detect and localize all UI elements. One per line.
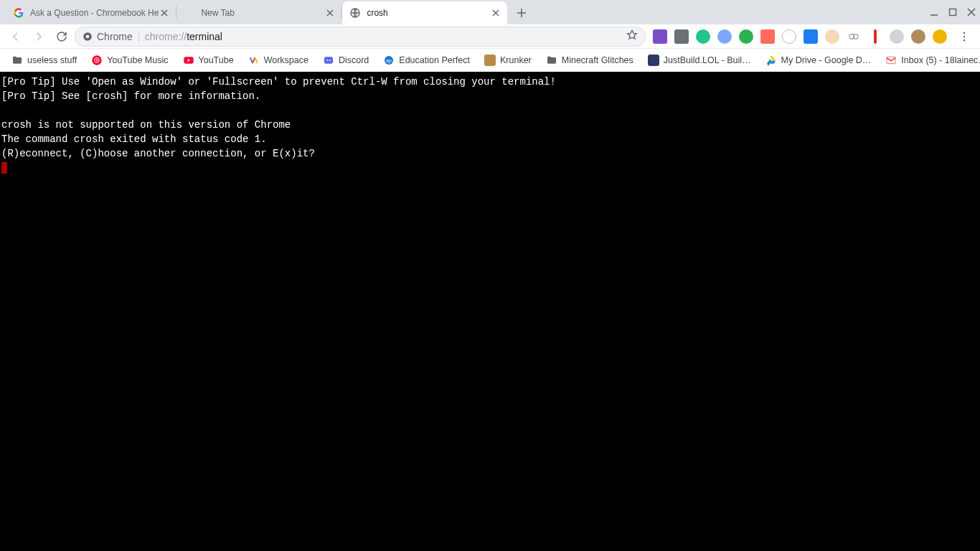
ep-icon: ep <box>383 55 395 66</box>
svg-rect-2 <box>950 9 956 16</box>
url-text: chrome://terminal <box>145 31 621 42</box>
bookmark-label: Discord <box>339 55 369 65</box>
bookmark-google-drive[interactable]: My Drive - Google D… <box>760 52 877 69</box>
folder-icon <box>546 55 557 66</box>
bookmark-folder-minecraft-glitches[interactable]: Minecraft Glitches <box>540 52 639 69</box>
tab-title: New Tab <box>201 8 324 18</box>
svg-point-7 <box>963 32 965 33</box>
extension-icon[interactable] <box>911 29 925 44</box>
youtube-icon <box>183 55 194 66</box>
bookmark-label: YouTube Music <box>107 55 168 65</box>
bookmark-label: Education Perfect <box>399 55 470 65</box>
extension-icon[interactable] <box>760 29 775 44</box>
tab-close-button[interactable] <box>324 7 336 19</box>
bookmark-label: Krunker <box>500 55 532 65</box>
minimize-button[interactable] <box>930 8 938 17</box>
forward-button[interactable] <box>29 27 49 47</box>
bookmark-label: JustBuild.LOL - Buil… <box>664 55 751 65</box>
extension-icon[interactable] <box>696 29 710 44</box>
window-controls <box>930 0 976 24</box>
terminal-output[interactable]: [Pro Tip] Use 'Open as Window' or 'Fulls… <box>0 72 980 551</box>
svg-point-9 <box>963 39 965 41</box>
bookmark-label: useless stuff <box>27 55 77 65</box>
back-button[interactable] <box>6 27 26 47</box>
svg-rect-13 <box>324 57 333 63</box>
drive-icon <box>765 55 777 66</box>
bookmarks-bar: useless stuff YouTube Music YouTube Work… <box>0 49 980 72</box>
tab-new-tab[interactable]: New Tab <box>176 1 341 24</box>
empty-favicon <box>184 7 195 19</box>
tab-strip: Ask a Question - Chromebook He New Tab c… <box>0 0 980 24</box>
tab-ask-a-question[interactable]: Ask a Question - Chromebook He <box>6 1 176 24</box>
extension-icon[interactable] <box>890 29 904 44</box>
svg-point-15 <box>329 60 331 61</box>
krunker-icon <box>484 55 496 66</box>
browser-toolbar: Chrome chrome://terminal <box>0 24 980 49</box>
bookmark-label: Inbox (5) - 18lainec… <box>901 55 980 65</box>
bookmark-star-icon[interactable] <box>626 29 638 43</box>
terminal-line: (R)econnect, (C)hoose another connection… <box>1 148 315 159</box>
extension-icon[interactable] <box>804 29 818 44</box>
bookmark-gmail-inbox[interactable]: Inbox (5) - 18lainec… <box>880 52 980 69</box>
chrome-icon <box>83 32 93 42</box>
bookmark-label: My Drive - Google D… <box>781 55 872 65</box>
address-bar[interactable]: Chrome chrome://terminal <box>75 27 646 47</box>
tab-close-button[interactable] <box>159 7 170 19</box>
extension-icon[interactable] <box>653 29 667 44</box>
site-chip: Chrome <box>83 31 139 42</box>
bookmark-label: YouTube <box>199 55 234 65</box>
bookmark-youtube[interactable]: YouTube <box>177 52 240 69</box>
extension-icon[interactable] <box>868 29 882 44</box>
bookmark-label: Workspace <box>264 55 308 65</box>
bookmark-label: Minecraft Glitches <box>562 55 633 65</box>
bookmark-folder-useless-stuff[interactable]: useless stuff <box>6 52 83 69</box>
site-chip-label: Chrome <box>97 31 133 42</box>
tab-crosh[interactable]: crosh <box>342 1 507 24</box>
close-window-button[interactable] <box>967 8 976 17</box>
terminal-line: [Pro Tip] See [crosh] for more informati… <box>1 90 260 102</box>
justbuild-icon <box>648 55 659 66</box>
google-favicon <box>13 7 24 19</box>
svg-point-4 <box>86 34 90 38</box>
extension-icon[interactable] <box>825 29 839 44</box>
extension-icon[interactable] <box>782 29 796 44</box>
bookmark-discord[interactable]: Discord <box>317 52 374 69</box>
new-tab-button[interactable] <box>512 3 532 23</box>
globe-favicon <box>349 7 361 19</box>
extension-icon[interactable] <box>933 29 947 44</box>
reload-button[interactable] <box>52 27 72 47</box>
svg-point-14 <box>326 60 328 61</box>
tab-title: Ask a Question - Chromebook He <box>30 8 159 18</box>
extension-icons <box>649 29 951 44</box>
gmail-icon <box>885 55 897 66</box>
extension-icon[interactable] <box>739 29 753 44</box>
terminal-line: [Pro Tip] Use 'Open as Window' or 'Fulls… <box>1 76 556 88</box>
extension-icon[interactable] <box>847 29 861 44</box>
youtube-music-icon <box>91 55 103 66</box>
folder-icon <box>11 55 23 66</box>
terminal-line: crosh is not supported on this version o… <box>1 119 291 131</box>
browser-menu-button[interactable] <box>954 27 974 47</box>
workspace-icon <box>248 55 260 66</box>
discord-icon <box>323 55 334 66</box>
tab-title: crosh <box>367 8 490 18</box>
bookmark-krunker[interactable]: Krunker <box>479 52 537 69</box>
bookmark-workspace[interactable]: Workspace <box>242 52 314 69</box>
maximize-button[interactable] <box>948 8 957 17</box>
tab-close-button[interactable] <box>490 7 501 19</box>
extension-icon[interactable] <box>717 29 732 44</box>
terminal-cursor <box>1 162 7 174</box>
terminal-line: The command crosh exited with status cod… <box>1 133 267 145</box>
bookmark-youtube-music[interactable]: YouTube Music <box>85 52 174 69</box>
bookmark-education-perfect[interactable]: ep Education Perfect <box>377 52 476 69</box>
svg-point-8 <box>963 35 965 37</box>
svg-text:ep: ep <box>387 57 392 63</box>
bookmark-justbuild[interactable]: JustBuild.LOL - Buil… <box>642 52 757 69</box>
extension-icon[interactable] <box>674 29 689 44</box>
